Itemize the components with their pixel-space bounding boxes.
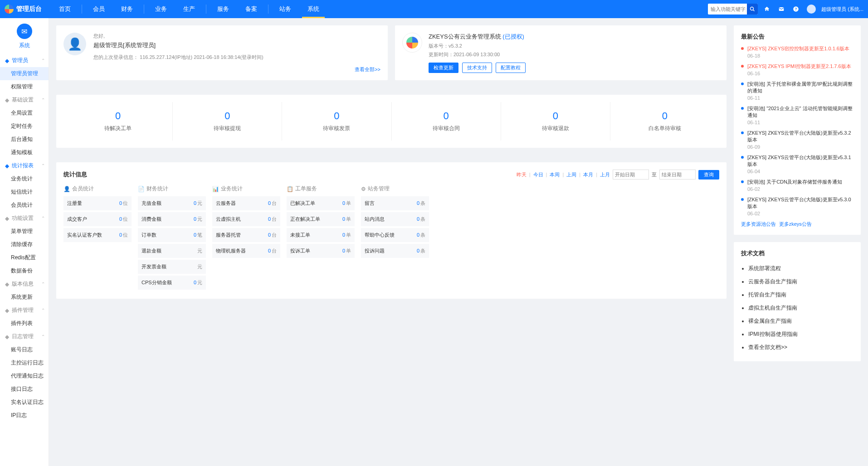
end-date-input[interactable]: [659, 170, 696, 180]
range-option[interactable]: 上月: [600, 171, 610, 178]
doc-item[interactable]: 裸金属自生产指南: [748, 315, 853, 328]
sidebar-group-header[interactable]: ◆统计报表⌃: [0, 159, 49, 172]
counter[interactable]: 0待审核发票: [282, 102, 391, 141]
stat-row[interactable]: 投诉问题0条: [361, 244, 429, 258]
stat-row[interactable]: 站内消息0条: [361, 212, 429, 226]
stat-row[interactable]: 订单数0笔: [138, 228, 206, 242]
stat-row[interactable]: 成交客户0位: [63, 212, 132, 226]
sidebar-group-header[interactable]: ◆日志管理⌃: [0, 330, 49, 343]
stat-row[interactable]: 已解决工单0单: [287, 196, 355, 210]
avatar[interactable]: [807, 5, 816, 14]
announcement-item[interactable]: [安萌池] 关于托管和裸金属带宽/IP配比规则调整的通知06-11: [741, 81, 853, 101]
help-icon[interactable]: ?: [790, 4, 801, 15]
counter[interactable]: 0白名单待审核: [610, 102, 719, 141]
sidebar-group-header[interactable]: ◆管理员⌃: [0, 54, 49, 67]
announcement-item[interactable]: [ZKEYS] ZKEYS云管平台(大陆版)更新至v5.3.0版本06-02: [741, 196, 853, 216]
stat-row[interactable]: 留言0条: [361, 196, 429, 210]
sidebar-item[interactable]: 实名认证日志: [0, 396, 49, 409]
sidebar-item[interactable]: 通知模板: [0, 146, 49, 159]
sidebar-item[interactable]: 后台通知: [0, 133, 49, 146]
sidebar-item[interactable]: 清除缓存: [0, 238, 49, 251]
sidebar-group-header[interactable]: ◆版本信息⌃: [0, 277, 49, 291]
stat-row[interactable]: 退款金额元: [138, 244, 206, 258]
sidebar-item[interactable]: 定时任务: [0, 120, 49, 133]
doc-item[interactable]: 系统部署流程: [748, 262, 853, 275]
sidebar-item[interactable]: 短信统计: [0, 185, 49, 199]
sidebar-item[interactable]: 权限管理: [0, 80, 49, 93]
announcement-item[interactable]: [ZKEYS] ZKEYS宿控控制器更新至1.0.1.6版本06-18: [741, 45, 853, 58]
sidebar-item[interactable]: 接口日志: [0, 383, 49, 396]
nav-item[interactable]: 系统: [299, 0, 327, 18]
announcement-item[interactable]: [ZKEYS] ZKEYS IPMI控制器更新至2.1.7.6版本06-16: [741, 63, 853, 76]
counter[interactable]: 0待审核退款: [501, 102, 610, 141]
sidebar-item[interactable]: 数据备份: [0, 264, 49, 277]
sidebar-item[interactable]: Redis配置: [0, 251, 49, 264]
user-name[interactable]: 超级管理员 (系统...: [821, 6, 863, 13]
announcement-item[interactable]: [安萌池] "2021企业上云" 活动托管智能规则调整通知06-11: [741, 105, 853, 125]
sidebar-item[interactable]: 菜单管理: [0, 225, 49, 238]
stat-row[interactable]: 正在解决工单0单: [287, 212, 355, 226]
announcement-item[interactable]: [安萌池] 关于CDN及对象存储暂停服务通知06-02: [741, 179, 853, 192]
sidebar-group-header[interactable]: ◆基础设置⌃: [0, 93, 49, 107]
stat-row[interactable]: 投诉工单0单: [287, 244, 355, 258]
nav-item[interactable]: 财务: [113, 0, 141, 18]
start-date-input[interactable]: [613, 170, 649, 180]
check-update-button[interactable]: 检查更新: [429, 63, 458, 73]
sidebar-item[interactable]: IP日志: [0, 409, 49, 422]
sidebar-item[interactable]: 管理员管理: [0, 67, 49, 80]
sidebar-item[interactable]: 系统更新: [0, 291, 49, 304]
doc-item[interactable]: 托管自生产指南: [748, 288, 853, 301]
stat-row[interactable]: 充值金额0元: [138, 196, 206, 210]
sidebar-item[interactable]: 业务统计: [0, 172, 49, 185]
sidebar-item[interactable]: 账号日志: [0, 343, 49, 356]
view-all-link[interactable]: 查看全部>>: [355, 66, 380, 73]
search-button[interactable]: [747, 4, 758, 15]
stat-row[interactable]: 注册量0位: [63, 196, 132, 210]
nav-item[interactable]: 服务: [209, 0, 237, 18]
sidebar-item[interactable]: 代理通知日志: [0, 369, 49, 383]
doc-item[interactable]: 虚拟主机自生产指南: [748, 301, 853, 315]
sidebar-group-header[interactable]: ◆插件管理⌃: [0, 304, 49, 317]
stat-row[interactable]: 服务器托管0台: [212, 228, 280, 242]
stat-row[interactable]: 云虚拟主机0台: [212, 212, 280, 226]
sidebar-item[interactable]: 全局设置: [0, 107, 49, 120]
announcement-item[interactable]: [ZKEYS] ZKEYS云管平台(大陆版)更新至v5.3.1版本06-04: [741, 154, 853, 174]
announcement-item[interactable]: [ZKEYS] ZKEYS云管平台(大陆版)更新至v5.3.2版本06-09: [741, 130, 853, 150]
counter[interactable]: 0待审核提现: [173, 102, 282, 141]
stat-row[interactable]: 开发票金额元: [138, 260, 206, 274]
stat-row[interactable]: CPS分销金额0元: [138, 276, 206, 290]
sidebar-item[interactable]: 会员统计: [0, 199, 49, 212]
stat-row[interactable]: 帮助中心反馈0条: [361, 228, 429, 242]
home-icon[interactable]: [761, 4, 772, 15]
range-option[interactable]: 昨天: [517, 171, 527, 178]
sidebar-group-header[interactable]: ◆功能设置⌃: [0, 212, 49, 225]
range-option[interactable]: 本月: [583, 171, 593, 178]
doc-item[interactable]: IPMI控制器使用指南: [748, 328, 853, 341]
query-button[interactable]: 查询: [698, 170, 719, 180]
stat-row[interactable]: 实名认证客户数0位: [63, 228, 132, 242]
range-option[interactable]: 上周: [566, 171, 576, 178]
more-zkeys-announcements[interactable]: 更多zkeys公告: [779, 221, 812, 227]
stat-row[interactable]: 未接工单0单: [287, 228, 355, 242]
stat-row[interactable]: 物理机服务器0台: [212, 244, 280, 258]
doc-item[interactable]: 查看全部文档>>: [748, 341, 853, 354]
config-tutorial-button[interactable]: 配置教程: [496, 63, 526, 73]
more-pool-announcements[interactable]: 更多资源池公告: [741, 221, 776, 227]
nav-item[interactable]: 首页: [51, 0, 79, 18]
counter[interactable]: 0待审核合同: [392, 102, 501, 141]
sidebar-item[interactable]: 插件列表: [0, 317, 49, 330]
tech-support-button[interactable]: 技术支持: [462, 63, 492, 73]
nav-item[interactable]: 生产: [175, 0, 203, 18]
counter[interactable]: 0待解决工单: [63, 102, 173, 141]
nav-item[interactable]: 会员: [85, 0, 113, 18]
nav-item[interactable]: 业务: [147, 0, 175, 18]
range-option[interactable]: 本周: [550, 171, 560, 178]
stat-row[interactable]: 云服务器0台: [212, 196, 280, 210]
nav-item[interactable]: 备案: [237, 0, 265, 18]
doc-item[interactable]: 云服务器自生产指南: [748, 275, 853, 288]
mail-icon[interactable]: [776, 4, 787, 15]
sidebar-item[interactable]: 主控运行日志: [0, 356, 49, 369]
range-option[interactable]: 今日: [533, 171, 543, 178]
stat-row[interactable]: 消费金额0元: [138, 212, 206, 226]
nav-item[interactable]: 站务: [271, 0, 299, 18]
